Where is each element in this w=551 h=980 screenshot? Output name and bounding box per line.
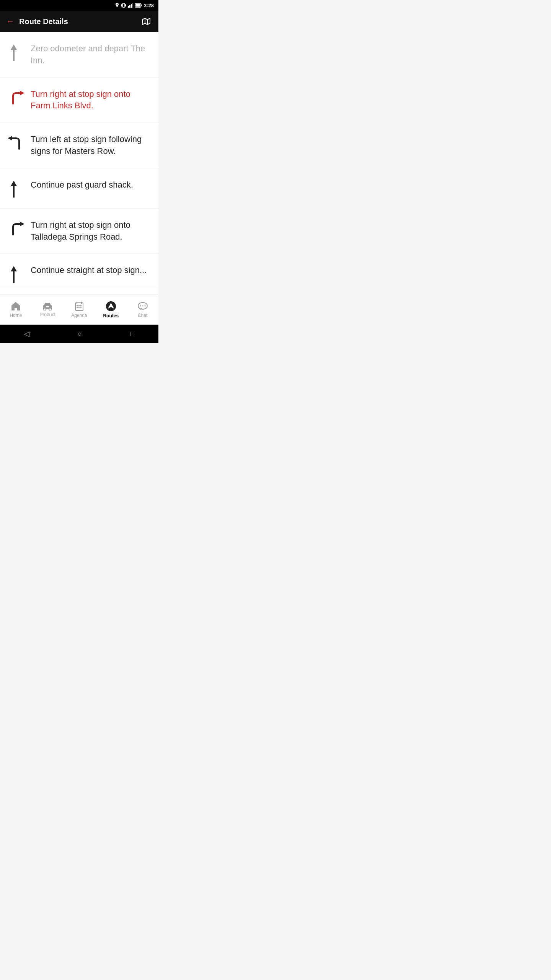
back-button[interactable]: ← — [6, 16, 15, 26]
signal-icon — [128, 3, 133, 8]
step-4-text: Continue past guard shack. — [31, 179, 151, 191]
nav-item-chat[interactable]: Chat — [127, 298, 158, 321]
nav-label-chat: Chat — [138, 313, 147, 318]
step-5-text: Turn right at stop sign onto Talladega S… — [31, 219, 151, 243]
location-icon — [115, 3, 119, 8]
chat-icon — [137, 301, 148, 311]
nav-item-agenda[interactable]: Agenda — [64, 298, 95, 321]
svg-marker-15 — [20, 91, 24, 95]
svg-rect-4 — [129, 5, 130, 8]
svg-rect-1 — [121, 4, 122, 7]
svg-rect-31 — [77, 305, 78, 306]
svg-rect-2 — [125, 4, 126, 7]
android-back-btn[interactable]: ◁ — [24, 330, 29, 338]
route-step: Continue straight at stop sign... — [0, 254, 158, 287]
svg-point-25 — [44, 308, 46, 310]
svg-point-42 — [144, 305, 145, 306]
svg-rect-8 — [141, 5, 142, 7]
svg-rect-36 — [80, 307, 82, 308]
agenda-icon — [75, 301, 84, 311]
nav-label-routes: Routes — [103, 313, 119, 318]
svg-rect-6 — [132, 3, 133, 8]
status-bar: 3:28 — [0, 0, 158, 11]
routes-icon — [106, 301, 116, 312]
android-nav-bar: ◁ ○ □ — [0, 325, 158, 343]
car-icon — [42, 302, 53, 310]
battery-icon — [135, 3, 142, 8]
svg-point-40 — [140, 305, 141, 306]
route-step: Zero odometer and depart The Inn. — [0, 32, 158, 78]
svg-rect-34 — [77, 307, 78, 308]
nav-label-product: Product — [40, 312, 55, 317]
svg-rect-3 — [128, 6, 129, 8]
vibrate-icon — [121, 3, 126, 8]
step-3-text: Turn left at stop sign following signs f… — [31, 134, 151, 157]
svg-marker-13 — [11, 44, 17, 50]
step-1-icon — [8, 43, 31, 61]
header: ← Route Details — [0, 11, 158, 32]
map-icon[interactable] — [142, 17, 152, 26]
page-title: Route Details — [19, 17, 142, 26]
svg-marker-21 — [20, 222, 24, 226]
step-1-text: Zero odometer and depart The Inn. — [31, 43, 151, 67]
svg-point-41 — [142, 305, 143, 306]
nav-item-home[interactable]: Home — [0, 298, 32, 321]
step-4-icon — [8, 179, 31, 198]
route-step: Continue past guard shack. — [0, 168, 158, 209]
step-2-text: Turn right at stop sign onto Farm Links … — [31, 88, 151, 112]
svg-point-26 — [49, 308, 51, 310]
time-display: 3:28 — [144, 3, 154, 8]
step-6-icon — [8, 265, 31, 283]
svg-rect-27 — [46, 306, 49, 307]
svg-rect-33 — [80, 305, 82, 306]
home-icon — [11, 301, 21, 311]
svg-rect-32 — [78, 305, 80, 306]
nav-label-agenda: Agenda — [71, 313, 87, 318]
step-6-text: Continue straight at stop sign... — [31, 265, 151, 276]
svg-rect-9 — [135, 4, 140, 7]
bottom-nav: Home Product Agenda — [0, 294, 158, 325]
nav-label-home: Home — [10, 313, 22, 318]
step-5-icon — [8, 219, 31, 238]
nav-item-product[interactable]: Product — [32, 299, 64, 320]
android-home-btn[interactable]: ○ — [78, 330, 82, 338]
route-step: Turn right at stop sign onto Talladega S… — [0, 209, 158, 254]
nav-item-routes[interactable]: Routes — [95, 298, 127, 322]
android-recents-btn[interactable]: □ — [130, 330, 134, 338]
svg-marker-23 — [11, 266, 17, 271]
svg-marker-17 — [8, 136, 12, 140]
svg-marker-19 — [11, 181, 17, 186]
route-steps-list: Zero odometer and depart The Inn. Turn r… — [0, 32, 158, 294]
svg-rect-35 — [78, 307, 80, 308]
svg-rect-5 — [131, 4, 132, 8]
svg-rect-0 — [122, 3, 125, 7]
step-2-icon — [8, 88, 31, 107]
route-step: Turn left at stop sign following signs f… — [0, 123, 158, 168]
route-step: Turn right at stop sign onto Farm Links … — [0, 78, 158, 123]
status-icons: 3:28 — [115, 3, 154, 8]
step-3-icon — [8, 134, 31, 152]
